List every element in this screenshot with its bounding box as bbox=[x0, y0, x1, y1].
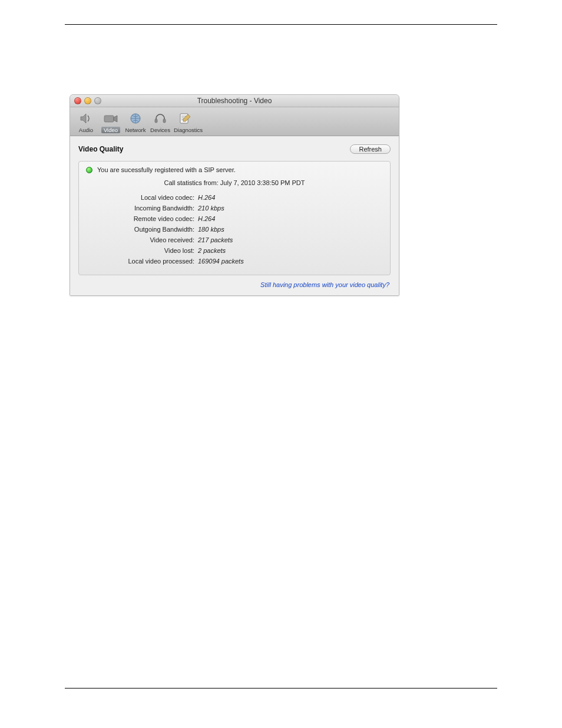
section-header: Video Quality Refresh bbox=[78, 144, 391, 154]
stat-label: Video received: bbox=[86, 235, 198, 245]
stat-row: Video received: 217 packets bbox=[86, 235, 383, 245]
tab-label-video: Video bbox=[101, 127, 120, 133]
tab-audio[interactable]: Audio bbox=[74, 110, 98, 134]
close-icon[interactable] bbox=[74, 97, 81, 104]
stat-value: H.264 bbox=[198, 192, 215, 203]
tab-label-devices: Devices bbox=[149, 127, 171, 133]
speaker-icon bbox=[78, 111, 94, 126]
troubleshooting-window: Troubleshooting - Video Audio Video bbox=[70, 94, 399, 296]
tab-label-network: Network bbox=[124, 127, 147, 133]
stat-label: Local video codec: bbox=[86, 192, 198, 203]
content-pane: Video Quality Refresh You are sucessfull… bbox=[70, 136, 399, 295]
page-bottom-rule bbox=[65, 688, 497, 689]
stats-caption: Call statistics from: July 7, 2010 3:38:… bbox=[86, 179, 383, 186]
globe-icon bbox=[127, 111, 144, 126]
stat-label: Incoming Bandwidth: bbox=[86, 203, 198, 213]
zoom-icon[interactable] bbox=[94, 97, 101, 104]
stat-value: 210 kbps bbox=[198, 203, 224, 213]
stat-row: Remote video codec: H.264 bbox=[86, 213, 383, 224]
svg-rect-3 bbox=[163, 119, 166, 123]
svg-rect-2 bbox=[155, 119, 157, 123]
stat-row: Video lost: 2 packets bbox=[86, 245, 383, 256]
stat-label: Outgoing Bandwidth: bbox=[86, 224, 198, 235]
tab-network[interactable]: Network bbox=[123, 110, 148, 134]
registration-status: You are sucessfully registered with a SI… bbox=[86, 166, 383, 173]
stat-label: Video lost: bbox=[86, 245, 198, 256]
page-top-rule bbox=[65, 24, 497, 25]
stat-row: Local video processed: 169094 packets bbox=[86, 256, 383, 266]
status-panel: You are sucessfully registered with a SI… bbox=[78, 161, 391, 275]
svg-rect-0 bbox=[104, 116, 114, 122]
help-link[interactable]: Still having problems with your video qu… bbox=[78, 281, 391, 288]
window-title: Troubleshooting - Video bbox=[197, 97, 272, 105]
camera-icon bbox=[103, 111, 119, 126]
refresh-button[interactable]: Refresh bbox=[350, 144, 391, 154]
stat-value: 169094 packets bbox=[198, 256, 244, 266]
tab-video[interactable]: Video bbox=[98, 110, 123, 134]
stat-row: Local video codec: H.264 bbox=[86, 192, 383, 203]
stat-label: Remote video codec: bbox=[86, 213, 198, 224]
notepad-icon bbox=[177, 111, 193, 126]
minimize-icon[interactable] bbox=[84, 97, 91, 104]
traffic-lights bbox=[74, 97, 101, 104]
tab-label-audio: Audio bbox=[78, 127, 94, 133]
status-text: You are sucessfully registered with a SI… bbox=[97, 166, 236, 173]
stat-row: Incoming Bandwidth: 210 kbps bbox=[86, 203, 383, 213]
section-title: Video Quality bbox=[78, 145, 123, 153]
window-titlebar[interactable]: Troubleshooting - Video bbox=[70, 95, 399, 107]
tab-label-diagnostics: Diagnostics bbox=[173, 127, 204, 133]
stat-value: 217 packets bbox=[198, 235, 233, 245]
status-led-icon bbox=[86, 167, 92, 173]
tab-devices[interactable]: Devices bbox=[148, 110, 173, 134]
stat-value: H.264 bbox=[198, 213, 215, 224]
stat-row: Outgoing Bandwidth: 180 kbps bbox=[86, 224, 383, 235]
stat-label: Local video processed: bbox=[86, 256, 198, 266]
tab-diagnostics[interactable]: Diagnostics bbox=[173, 110, 197, 134]
headset-icon bbox=[152, 111, 168, 126]
stat-value: 180 kbps bbox=[198, 224, 224, 235]
stat-value: 2 packets bbox=[198, 245, 226, 256]
toolbar: Audio Video Network bbox=[70, 107, 399, 136]
